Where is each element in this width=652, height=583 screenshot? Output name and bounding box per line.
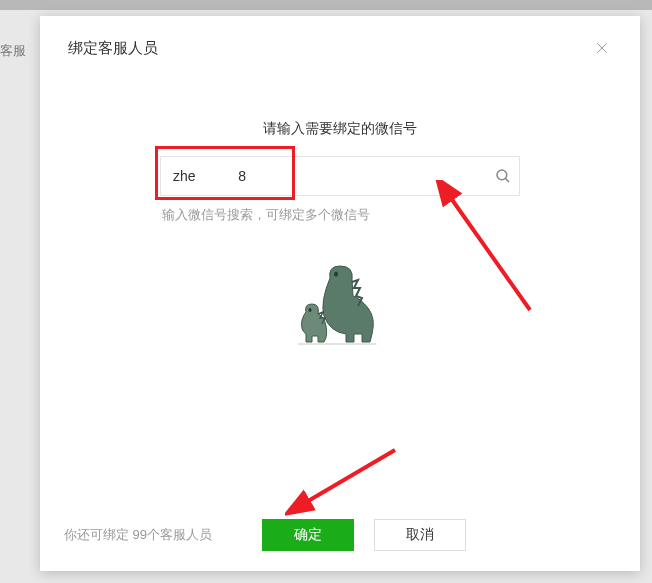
svg-point-2 — [497, 170, 507, 180]
backdrop-bar — [0, 0, 652, 10]
wechat-id-input[interactable] — [160, 156, 520, 196]
confirm-button[interactable]: 确定 — [262, 519, 354, 551]
search-button[interactable] — [494, 167, 512, 185]
search-row — [160, 156, 520, 196]
dinosaur-icon — [280, 256, 400, 356]
modal-footer: 你还可绑定 99个客服人员 确定 取消 — [40, 503, 640, 571]
close-button[interactable] — [592, 38, 612, 58]
bind-staff-modal: 绑定客服人员 请输入需要绑定的微信号 输入微信号搜索，可绑定多个微信号 — [40, 16, 640, 571]
svg-line-3 — [506, 179, 509, 182]
svg-point-5 — [309, 308, 312, 312]
modal-title: 绑定客服人员 — [68, 39, 158, 58]
prompt-text: 请输入需要绑定的微信号 — [40, 120, 640, 138]
backdrop-partial-text: 客服 — [0, 42, 26, 60]
search-hint: 输入微信号搜索，可绑定多个微信号 — [160, 206, 520, 224]
dinosaur-illustration — [280, 256, 400, 356]
modal-header: 绑定客服人员 — [40, 16, 640, 68]
svg-point-4 — [334, 272, 338, 277]
cancel-button[interactable]: 取消 — [374, 519, 466, 551]
quota-text: 你还可绑定 99个客服人员 — [64, 526, 212, 544]
close-icon — [594, 40, 610, 56]
search-icon — [494, 167, 512, 185]
